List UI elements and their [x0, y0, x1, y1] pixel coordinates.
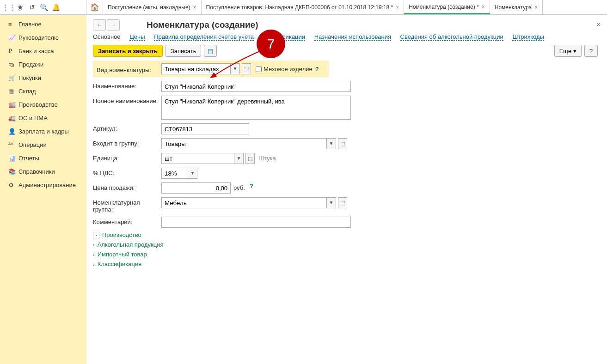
chevron-down-icon[interactable]: ▼: [234, 153, 244, 164]
chevron-down-icon[interactable]: ▼: [231, 63, 240, 74]
main-panel: × 7 ← → Номенклатура (создание) Основное…: [86, 15, 607, 364]
grid-icon: ▦: [8, 88, 18, 95]
sidebar-label: Продажи: [18, 61, 43, 68]
sidebar-item-catalogs[interactable]: 📚Справочники: [0, 165, 86, 178]
close-icon[interactable]: ×: [482, 4, 485, 10]
subtab-accounts[interactable]: Правила определения счетов учета: [154, 33, 254, 41]
group-input[interactable]: [161, 138, 327, 149]
fur-checkbox[interactable]: [256, 66, 262, 72]
kind-input[interactable]: [161, 63, 231, 74]
help-button[interactable]: ?: [584, 45, 598, 57]
tab-1[interactable]: Поступление товаров: Накладная ДКБП-0000…: [202, 0, 405, 14]
tab-0[interactable]: Поступление (акты, накладные)×: [103, 0, 202, 14]
toolbar: Записать и закрыть Записать ▤ Еще ▾ ?: [93, 45, 601, 57]
tab-2[interactable]: Номенклатура (создание) *×: [404, 0, 490, 14]
back-button[interactable]: ←: [93, 19, 106, 30]
currency-label: руб.: [233, 182, 245, 191]
dk-icon: ᴬᴷ: [8, 141, 18, 148]
bars-icon: 📊: [8, 155, 18, 162]
bell-icon[interactable]: 🔔: [50, 3, 62, 12]
sidebar-item-production[interactable]: 🏭Производство: [0, 98, 86, 111]
list-button[interactable]: ▤: [204, 45, 217, 57]
nomgroup-input[interactable]: [161, 197, 327, 208]
group-label: Входит в группу:: [93, 138, 161, 147]
price-input[interactable]: [161, 182, 231, 194]
sidebar-label: Отчеты: [18, 155, 39, 162]
section-label: Классификация: [98, 261, 142, 267]
tab-label: Номенклатура: [495, 4, 532, 11]
close-icon[interactable]: ×: [534, 4, 538, 11]
sidebar-item-purchases[interactable]: 🛒Покупки: [0, 71, 86, 85]
subtabs: Основное Цены Правила определения счетов…: [93, 33, 601, 40]
expand-icon: ›: [93, 242, 95, 248]
section-classification[interactable]: ›Классификация: [93, 261, 601, 267]
sidebar-label: Банк и касса: [18, 48, 54, 55]
sidebar-label: ОС и НМА: [18, 115, 48, 121]
save-close-button[interactable]: Записать и закрыть: [93, 45, 163, 57]
sku-input[interactable]: [161, 123, 249, 134]
open-icon[interactable]: ⬚: [338, 197, 347, 208]
nav-row: ← → Номенклатура (создание): [93, 19, 601, 30]
more-button[interactable]: Еще ▾: [554, 45, 582, 57]
subtab-prices[interactable]: Цены: [129, 33, 145, 41]
open-icon[interactable]: ⬚: [242, 63, 251, 74]
chevron-down-icon[interactable]: ▼: [188, 168, 197, 179]
sidebar-item-manager[interactable]: 📈Руководителю: [0, 31, 86, 44]
chevron-down-icon[interactable]: ▼: [327, 138, 336, 149]
close-icon[interactable]: ×: [193, 4, 196, 11]
fur-label: Меховое изделие: [264, 66, 313, 73]
subtab-usage[interactable]: Назначения использования: [314, 33, 391, 41]
nomgroup-label: Номенклатурная группа:: [93, 197, 161, 213]
subtab-main[interactable]: Основное: [93, 33, 121, 40]
section-import[interactable]: ›Импортный товар: [93, 251, 601, 258]
apps-icon[interactable]: ⋮⋮⋮: [2, 3, 14, 12]
close-panel-icon[interactable]: ×: [596, 20, 601, 28]
open-icon[interactable]: ⬚: [338, 138, 347, 149]
sidebar-item-bank[interactable]: ₽Банк и касса: [0, 44, 86, 58]
chevron-down-icon[interactable]: ▼: [327, 197, 336, 208]
sku-label: Артикул:: [93, 123, 161, 132]
tab-label: Поступление (акты, накладные): [108, 4, 190, 11]
unit-label: Единица:: [93, 153, 161, 162]
sidebar-item-operations[interactable]: ᴬᴷОперации: [0, 138, 86, 152]
section-label: Импортный товар: [98, 251, 147, 258]
top-icon-bar: ⋮⋮⋮ ★ ↺ 🔍 🔔: [0, 0, 86, 14]
save-button[interactable]: Записать: [166, 45, 202, 57]
name-input[interactable]: [161, 81, 351, 92]
sidebar-item-admin[interactable]: ⚙Администрирование: [0, 178, 86, 192]
expand-icon: ›: [93, 252, 95, 257]
sidebar-item-hr[interactable]: 👤Зарплата и кадры: [0, 125, 86, 138]
name-label: Наименование:: [93, 81, 161, 90]
section-label: Производство: [102, 231, 141, 238]
section-alcohol[interactable]: ›Алкогольная продукция: [93, 241, 601, 248]
star-icon[interactable]: ★: [14, 3, 26, 12]
open-icon[interactable]: ⬚: [245, 153, 255, 164]
topbar: ⋮⋮⋮ ★ ↺ 🔍 🔔 🏠 Поступление (акты, накладн…: [0, 0, 607, 15]
sidebar-label: Главное: [18, 21, 42, 28]
sidebar-item-sales[interactable]: 🛍Продажи: [0, 58, 86, 71]
page-title: Номенклатура (создание): [147, 20, 258, 30]
gear-icon: ⚙: [8, 182, 18, 188]
section-production[interactable]: ›Производство: [93, 231, 601, 238]
search-icon[interactable]: 🔍: [38, 3, 50, 12]
section-label: Алкогольная продукция: [98, 241, 164, 248]
help-icon[interactable]: ?: [250, 182, 253, 189]
sidebar-item-reports[interactable]: 📊Отчеты: [0, 152, 86, 165]
subtab-alcohol[interactable]: Сведения об алкогольной продукции: [400, 33, 503, 41]
forward-button[interactable]: →: [107, 19, 120, 30]
truck-icon: 🚛: [8, 115, 18, 121]
fullname-input[interactable]: Стул "Николай Коперник" деревянный, ива: [161, 96, 351, 120]
unit-input[interactable]: [161, 153, 234, 164]
comment-input[interactable]: [161, 217, 351, 228]
sidebar-item-main[interactable]: ≡Главное: [0, 18, 86, 31]
sidebar-item-assets[interactable]: 🚛ОС и НМА: [0, 111, 86, 125]
close-icon[interactable]: ×: [396, 4, 399, 11]
vat-input[interactable]: [161, 168, 188, 179]
history-icon[interactable]: ↺: [26, 3, 38, 12]
subtab-barcodes[interactable]: Штрихкоды: [512, 33, 544, 41]
price-label: Цена продажи:: [93, 182, 161, 191]
tab-3[interactable]: Номенклатура×: [490, 0, 543, 14]
help-icon[interactable]: ?: [315, 66, 319, 73]
tab-home[interactable]: 🏠: [86, 0, 103, 14]
sidebar-item-warehouse[interactable]: ▦Склад: [0, 85, 86, 98]
